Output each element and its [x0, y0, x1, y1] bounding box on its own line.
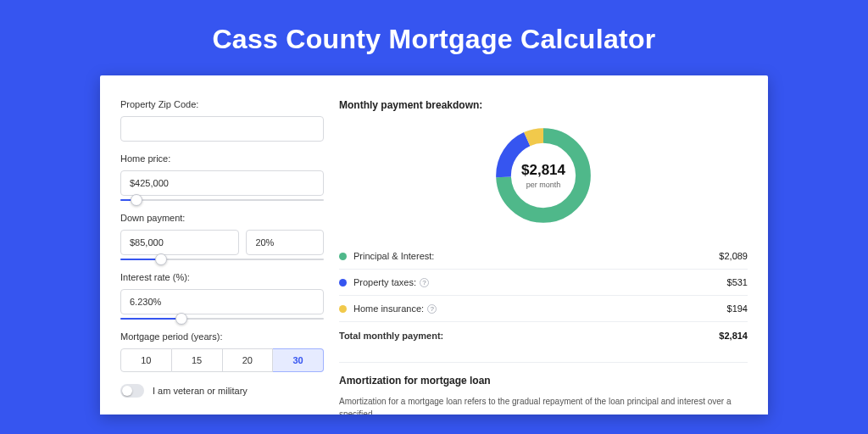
down-payment-amount-input[interactable]: [120, 230, 239, 255]
slider-thumb[interactable]: [175, 313, 187, 325]
page-title: Cass County Mortgage Calculator: [0, 0, 868, 75]
down-payment-pct-input[interactable]: [246, 230, 324, 255]
slider-thumb[interactable]: [131, 194, 142, 206]
legend-amount: $2,089: [719, 251, 748, 261]
down-payment-slider[interactable]: [120, 259, 324, 260]
veteran-toggle[interactable]: [120, 384, 144, 398]
slider-thumb[interactable]: [155, 253, 167, 265]
legend: Principal & Interest:$2,089Property taxe…: [339, 243, 748, 322]
period-btn-20[interactable]: 20: [223, 348, 274, 372]
legend-row: Property taxes:?$531: [339, 270, 748, 296]
interest-rate-slider[interactable]: [120, 318, 324, 320]
legend-dot: [339, 279, 347, 287]
legend-total-label: Total monthly payment:: [339, 331, 719, 341]
calculator-card: Property Zip Code: Home price: Down paym…: [100, 75, 768, 415]
mortgage-period-label: Mortgage period (years):: [120, 331, 324, 342]
amortization-text: Amortization for a mortgage loan refers …: [339, 395, 748, 415]
mortgage-period-group: 10152030: [120, 348, 324, 372]
breakdown-column: Monthly payment breakdown: $2,814 per mo…: [339, 99, 748, 415]
legend-dot: [339, 253, 347, 260]
interest-rate-label: Interest rate (%):: [120, 272, 324, 282]
home-price-slider[interactable]: [120, 199, 324, 201]
mortgage-period-field: Mortgage period (years): 10152030: [120, 331, 324, 372]
donut-center-value: $2,814: [521, 162, 565, 179]
legend-label: Principal & Interest:: [353, 251, 719, 261]
home-price-input[interactable]: [120, 170, 324, 196]
donut-center-sub: per month: [526, 181, 561, 189]
period-btn-15[interactable]: 15: [172, 348, 223, 372]
veteran-row: I am veteran or military: [120, 384, 324, 398]
amortization-title: Amortization for mortgage loan: [339, 375, 748, 387]
legend-label: Home insurance:?: [353, 303, 727, 314]
slider-fill: [120, 318, 181, 320]
legend-amount: $194: [727, 303, 748, 314]
amortization-section: Amortization for mortgage loan Amortizat…: [339, 362, 748, 415]
home-price-field: Home price:: [120, 153, 324, 201]
breakdown-heading: Monthly payment breakdown:: [339, 99, 748, 111]
period-btn-10[interactable]: 10: [120, 348, 172, 372]
veteran-label: I am veteran or military: [153, 386, 248, 396]
inputs-column: Property Zip Code: Home price: Down paym…: [120, 99, 324, 415]
interest-rate-input[interactable]: [120, 289, 324, 314]
period-btn-30[interactable]: 30: [273, 348, 324, 372]
zip-input[interactable]: [120, 116, 324, 142]
legend-dot: [339, 305, 347, 313]
info-icon[interactable]: ?: [427, 304, 437, 314]
legend-row: Principal & Interest:$2,089: [339, 243, 748, 270]
info-icon[interactable]: ?: [420, 278, 429, 287]
legend-row: Home insurance:?$194: [339, 296, 748, 322]
interest-rate-field: Interest rate (%):: [120, 272, 324, 320]
donut-chart: $2,814 per month: [491, 123, 596, 228]
zip-field: Property Zip Code:: [120, 99, 324, 142]
zip-label: Property Zip Code:: [120, 99, 324, 109]
legend-amount: $531: [727, 277, 748, 287]
legend-label: Property taxes:?: [353, 277, 727, 287]
down-payment-label: Down payment:: [120, 213, 324, 223]
home-price-label: Home price:: [120, 153, 324, 164]
down-payment-field: Down payment:: [120, 213, 324, 260]
legend-total-row: Total monthly payment: $2,814: [339, 322, 748, 348]
donut-chart-wrap: $2,814 per month: [339, 123, 748, 228]
legend-total-amount: $2,814: [719, 331, 748, 341]
